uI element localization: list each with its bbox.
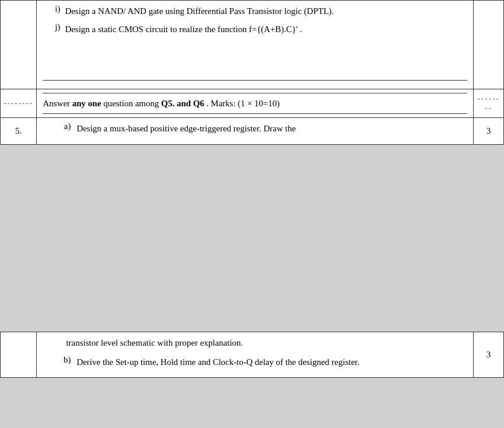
dashed-number: -------- xyxy=(1,89,37,118)
item-text-i: Design a NAND/ AND gate using Differenti… xyxy=(65,4,467,19)
table-row: i) Design a NAND/ AND gate using Differe… xyxy=(1,1,504,89)
q5-number: 5. xyxy=(1,118,37,145)
page-gap xyxy=(0,145,504,238)
dashed-row: -------- Answer any one question among Q… xyxy=(1,89,504,118)
bottom-page-section: transistor level schematic with proper e… xyxy=(0,332,504,378)
answer-top-separator xyxy=(43,93,467,93)
answer-end: . Marks: (1 × 10=10) xyxy=(206,99,280,108)
bottom-content-cell: transistor level schematic with proper e… xyxy=(37,332,474,378)
sub-text-a: Design a mux-based positive edge-trigger… xyxy=(76,121,467,136)
question-content-cell: i) Design a NAND/ AND gate using Differe… xyxy=(37,1,474,89)
sub-label-b: b) xyxy=(54,355,71,370)
q5-content: a) Design a mux-based positive edge-trig… xyxy=(37,118,474,145)
list-item: i) Design a NAND/ AND gate using Differe… xyxy=(43,4,467,19)
sub-label-a: a) xyxy=(54,121,71,136)
list-item: j) Design a static CMOS circuit to reali… xyxy=(43,22,467,37)
exam-table-top: i) Design a NAND/ AND gate using Differe… xyxy=(0,0,504,145)
q5-marks: 3 xyxy=(474,118,504,145)
sub-text-b: Derive the Set-up time, Hold time and Cl… xyxy=(76,355,467,370)
list-item: b) Derive the Set-up time, Hold time and… xyxy=(43,355,467,370)
continued-text: transistor level schematic with proper e… xyxy=(66,338,243,347)
bottom-table-row: transistor level schematic with proper e… xyxy=(1,332,504,378)
item-text-j: Design a static CMOS circuit to realize … xyxy=(65,22,467,37)
top-page-section: i) Design a NAND/ AND gate using Differe… xyxy=(0,0,504,145)
answer-bold2: Q5. and Q6 xyxy=(161,99,204,108)
question-number-cell xyxy=(1,1,37,89)
bottom-num-cell xyxy=(1,332,37,378)
question-5-row: 5. a) Design a mux-based positive edge-t… xyxy=(1,118,504,145)
list-item: transistor level schematic with proper e… xyxy=(43,336,467,350)
dashed-marks: -------- xyxy=(474,89,504,118)
item-label-i: i) xyxy=(43,4,60,19)
list-item: a) Design a mux-based positive edge-trig… xyxy=(43,121,467,136)
answer-bold: any one xyxy=(72,99,102,108)
answer-prefix: Answer xyxy=(43,99,70,108)
bottom-marks-cell: 3 xyxy=(474,332,504,378)
answer-bottom-separator xyxy=(43,113,467,114)
item-label-j: j) xyxy=(43,22,60,37)
answer-instruction-cell: Answer any one question among Q5. and Q6… xyxy=(37,89,474,118)
marks-cell xyxy=(474,1,504,89)
answer-suffix: question among xyxy=(103,99,161,108)
exam-table-bottom: transistor level schematic with proper e… xyxy=(0,332,504,378)
separator xyxy=(43,80,467,81)
